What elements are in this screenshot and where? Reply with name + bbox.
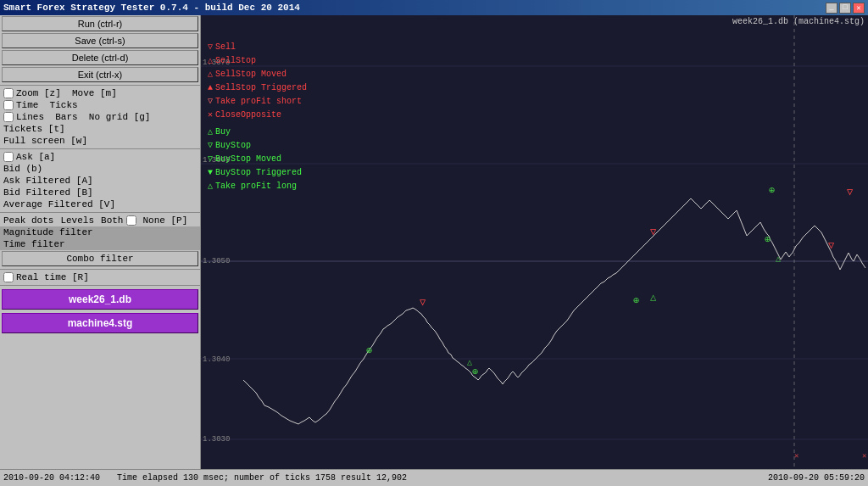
bid-filtered-label[interactable]: Bid Filtered [B] <box>0 187 200 198</box>
legend-buystop-triggered: ▼ BuyStop Triggered <box>208 166 307 180</box>
realtime-checkbox[interactable] <box>3 272 14 282</box>
svg-text:▽: ▽ <box>828 240 835 252</box>
status-message: Time elapsed 130 msec; number of ticks 1… <box>117 473 751 483</box>
separator-4 <box>0 269 200 270</box>
lines-bars-row[interactable]: Lines Bars No grid [g] <box>0 111 200 123</box>
svg-text:△: △ <box>650 292 657 304</box>
svg-text:1.3040: 1.3040 <box>203 355 230 364</box>
status-bar: 2010-09-20 04:12:40 Time elapsed 130 mse… <box>0 469 868 486</box>
svg-text:△: △ <box>776 254 781 264</box>
legend-take-profit-long: △ Take proFit long <box>208 180 307 193</box>
svg-text:⊕: ⊕ <box>472 366 478 378</box>
svg-text:▽: ▽ <box>420 297 426 309</box>
bid-label[interactable]: Bid (b) <box>0 163 200 175</box>
legend-buystop: ▽ BuyStop <box>208 139 307 153</box>
bars-label[interactable]: Bars <box>55 112 77 122</box>
ask-filtered-label[interactable]: Ask Filtered [A] <box>0 175 200 187</box>
close-button[interactable]: ✕ <box>853 3 865 14</box>
separator-5 <box>0 285 200 286</box>
separator-2 <box>0 148 200 149</box>
svg-text:⊕: ⊕ <box>765 234 771 246</box>
zoom-move-row[interactable]: Zoom [z] Move [m] <box>0 87 200 99</box>
week26-file-button[interactable]: week26_1.db <box>2 289 198 310</box>
minimize-button[interactable]: _ <box>826 3 837 14</box>
separator-1 <box>0 85 200 86</box>
svg-text:✕: ✕ <box>794 452 798 461</box>
magnitude-filter-label[interactable]: Magnitude filter <box>0 226 200 238</box>
chart-area[interactable]: week26_1.db (machine4.stg) ▽ Sell △ Sell… <box>201 15 868 469</box>
maximize-button[interactable]: □ <box>839 3 851 14</box>
svg-text:1.3050: 1.3050 <box>203 257 230 265</box>
legend-buystop-moved: ▽ BuyStop Moved <box>208 153 307 166</box>
levels-label[interactable]: Levels <box>60 215 94 226</box>
legend-buy: △ Buy <box>208 126 307 139</box>
ask-checkbox[interactable] <box>3 152 14 162</box>
ask-label: Ask [a] <box>16 152 55 162</box>
svg-text:⊕: ⊕ <box>633 295 639 307</box>
lines-checkbox[interactable] <box>3 112 14 122</box>
time-left: 2010-09-20 04:12:40 <box>3 473 100 483</box>
move-label[interactable]: Move [m] <box>72 88 117 98</box>
zoom-checkbox[interactable] <box>3 88 14 98</box>
time-filter-label[interactable]: Time filter <box>0 238 200 250</box>
delete-button[interactable]: Delete (ctrl-d) <box>2 50 198 65</box>
run-button[interactable]: Run (ctrl-r) <box>2 16 198 31</box>
machine4-file-button[interactable]: machine4.stg <box>2 313 198 333</box>
none-checkbox[interactable] <box>126 215 136 226</box>
legend-sell: ▽ Sell <box>208 41 307 54</box>
tickets-label[interactable]: Tickets [t] <box>0 123 200 135</box>
legend-area: ▽ Sell △ SellStop △ SellStop Moved ▲ Sel… <box>208 41 307 193</box>
svg-text:⊕: ⊕ <box>366 345 372 357</box>
ticks-label[interactable]: Ticks <box>50 100 78 110</box>
title-bar: Smart Forex Strategy Tester 0.7.4 - buil… <box>0 0 868 15</box>
avg-filtered-label[interactable]: Average Filtered [V] <box>0 198 200 210</box>
realtime-label: Real time [R] <box>16 272 89 282</box>
zoom-label: Zoom [z] <box>16 88 61 98</box>
window-title: Smart Forex Strategy Tester 0.7.4 - buil… <box>3 3 300 13</box>
exit-button[interactable]: Exit (ctrl-x) <box>2 67 198 82</box>
legend-sellstop-triggered: ▲ SellStop Triggered <box>208 81 307 95</box>
legend-sellstop: △ SellStop <box>208 54 307 68</box>
combo-filter-btn[interactable]: Combo filter <box>2 251 198 266</box>
legend-sellstop-moved: △ SellStop Moved <box>208 68 307 81</box>
time-checkbox[interactable] <box>3 100 14 110</box>
time-right: 2010-09-20 05:59:20 <box>768 473 865 483</box>
svg-text:✕: ✕ <box>862 452 866 461</box>
none-label: None [P] <box>142 215 187 226</box>
lines-label: Lines <box>16 112 44 122</box>
svg-text:⊕: ⊕ <box>769 185 775 197</box>
title-bar-buttons[interactable]: _ □ ✕ <box>826 3 865 14</box>
separator-3 <box>0 212 200 213</box>
ask-row[interactable]: Ask [a] <box>0 151 200 163</box>
chart-header: week26_1.db (machine4.stg) <box>732 17 865 26</box>
peak-dots-row[interactable]: Peak dots Levels Both None [P] <box>0 215 200 226</box>
svg-text:▽: ▽ <box>847 187 854 198</box>
realtime-row[interactable]: Real time [R] <box>0 271 200 283</box>
time-ticks-row[interactable]: Time Ticks <box>0 99 200 111</box>
sidebar: Run (ctrl-r) Save (ctrl-s) Delete (ctrl-… <box>0 15 201 469</box>
svg-text:▽: ▽ <box>650 226 657 238</box>
legend-take-profit-short: ▽ Take proFit short <box>208 95 307 109</box>
both-label[interactable]: Both <box>101 215 123 226</box>
time-label: Time <box>16 100 38 110</box>
peak-dots-label[interactable]: Peak dots <box>3 215 53 226</box>
fullscreen-label[interactable]: Full screen [w] <box>0 135 200 147</box>
svg-text:1.3030: 1.3030 <box>203 435 230 444</box>
svg-text:△: △ <box>467 358 472 367</box>
save-button[interactable]: Save (ctrl-s) <box>2 33 198 48</box>
legend-close-opposite: ✕ CloseOpposite <box>208 109 307 122</box>
nogrid-label[interactable]: No grid [g] <box>89 112 151 122</box>
